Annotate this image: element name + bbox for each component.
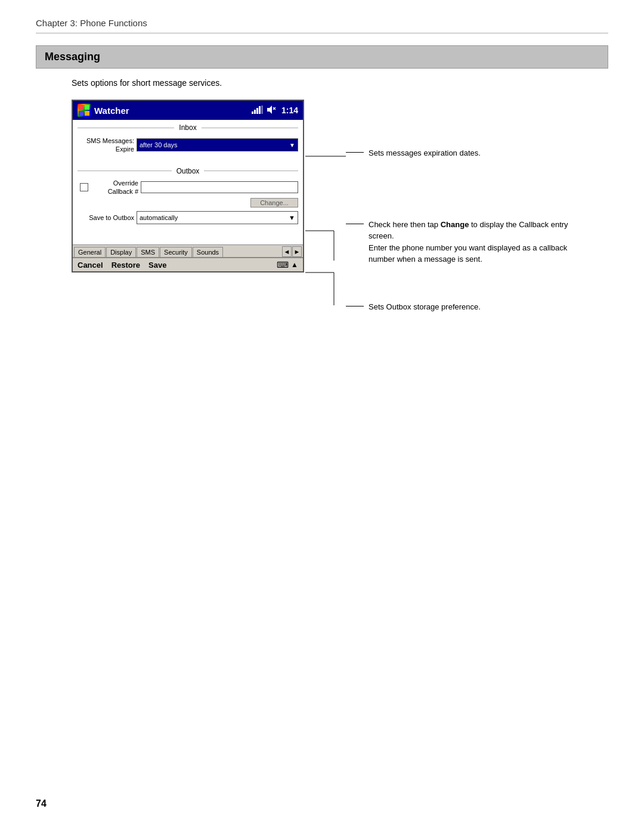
restore-button[interactable]: Restore <box>112 261 140 270</box>
phone-screen: Watcher <box>72 100 304 272</box>
tab-prev-button[interactable]: ◄ <box>282 246 292 257</box>
change-bold: Change <box>441 220 469 229</box>
tab-navigation: ◄ ► <box>282 246 302 257</box>
tab-general[interactable]: General <box>74 247 106 257</box>
app-title: Watcher <box>94 106 252 116</box>
svg-rect-5 <box>254 110 256 114</box>
svg-rect-2 <box>79 111 83 116</box>
annotation-3: Sets Outbox storage preference. <box>346 301 595 313</box>
svg-marker-9 <box>267 106 272 114</box>
section-title: Messaging <box>45 51 100 63</box>
sms-expire-row: SMS Messages: Expire after 30 days ▼ <box>78 137 298 154</box>
svg-rect-7 <box>259 106 261 114</box>
time-display: 1:14 <box>281 106 298 115</box>
page-number: 74 <box>36 798 47 809</box>
tab-bar: General Display SMS Security Sounds ◄ ► <box>73 244 303 258</box>
chapter-title: Chapter 3: Phone Functions <box>36 18 147 28</box>
tab-security[interactable]: Security <box>160 247 192 257</box>
svg-rect-8 <box>261 106 263 114</box>
dropdown-arrow-icon: ▼ <box>289 142 295 148</box>
volume-icon <box>267 106 277 116</box>
signal-icon <box>252 106 264 116</box>
inbox-separator: Inbox <box>78 123 298 132</box>
svg-rect-1 <box>85 105 89 110</box>
annotation-2: Check here then tap Change to display th… <box>346 219 595 265</box>
cancel-button[interactable]: Cancel <box>78 261 103 270</box>
arrow-up-icon: ▲ <box>291 261 298 269</box>
titlebar: Watcher <box>73 101 303 120</box>
tab-display[interactable]: Display <box>106 247 136 257</box>
save-button[interactable]: Save <box>148 261 166 270</box>
bottom-icons: ⌨ ▲ <box>277 260 298 270</box>
save-outbox-dropdown[interactable]: automatically ▼ <box>137 211 298 224</box>
annotation-1-dash <box>346 152 364 153</box>
annotation-2-dash <box>346 224 364 224</box>
annotation-2-text: Check here then tap Change to display th… <box>369 219 595 265</box>
tab-next-button[interactable]: ► <box>292 246 302 257</box>
override-checkbox[interactable] <box>80 183 88 191</box>
annotation-1: Sets messages expiration dates. <box>346 147 595 159</box>
annotation-3-dash <box>346 306 364 306</box>
save-outbox-label: Save to Outbox <box>78 213 134 222</box>
annotation-3-text: Sets Outbox storage preference. <box>369 301 481 313</box>
expire-dropdown[interactable]: after 30 days ▼ <box>137 138 298 151</box>
save-outbox-row: Save to Outbox automatically ▼ <box>78 211 298 224</box>
change-btn-row: Change... <box>78 198 298 208</box>
svg-rect-4 <box>252 112 253 114</box>
outbox-separator: Outbox <box>78 167 298 175</box>
annotations-container: Sets messages expiration dates. Check he… <box>346 147 595 326</box>
override-callback-row: Override Callback # <box>78 179 298 196</box>
tab-sms[interactable]: SMS <box>137 247 159 257</box>
section-title-bar: Messaging <box>36 45 608 69</box>
keyboard-icon: ⌨ <box>277 260 289 270</box>
svg-rect-0 <box>79 105 83 110</box>
chapter-header: Chapter 3: Phone Functions <box>36 18 608 33</box>
tab-sounds[interactable]: Sounds <box>193 247 223 257</box>
titlebar-icons: 1:14 <box>252 106 298 116</box>
bottom-bar: Cancel Restore Save ⌨ ▲ <box>73 258 303 271</box>
change-button[interactable]: Change... <box>250 198 298 208</box>
sms-expire-label: SMS Messages: Expire <box>78 137 134 154</box>
section-description: Sets options for short message services. <box>72 78 608 88</box>
auto-dropdown-arrow-icon: ▼ <box>289 214 295 221</box>
svg-rect-3 <box>85 111 89 116</box>
annotation-1-text: Sets messages expiration dates. <box>369 147 481 159</box>
callback-label: Override Callback # <box>91 179 138 196</box>
svg-rect-6 <box>256 108 258 114</box>
screen-body: Inbox SMS Messages: Expire after 30 days… <box>73 120 303 244</box>
windows-logo-icon <box>78 104 91 117</box>
callback-input[interactable] <box>141 181 298 193</box>
